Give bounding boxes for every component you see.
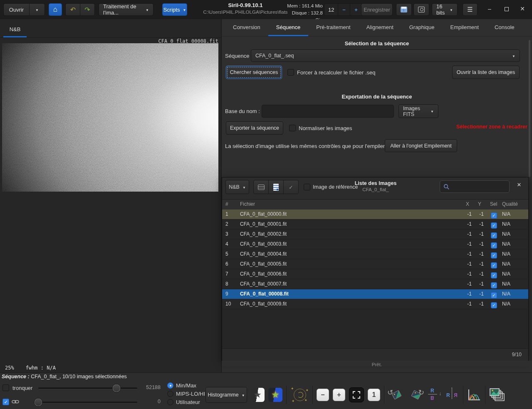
tab-empilement[interactable]: Empilement xyxy=(442,19,487,36)
force-recompute-checkbox[interactable] xyxy=(287,69,294,76)
channel-dropdown[interactable]: N&B▼ xyxy=(225,180,249,194)
rotate-left-button[interactable]: ↺ xyxy=(388,387,404,402)
tab-conversion[interactable]: Conversion xyxy=(225,19,268,36)
low-level-thumb[interactable] xyxy=(34,398,43,407)
image-list-subtitle: CFA_0_flat_ xyxy=(342,187,409,192)
col-y: Y xyxy=(478,201,481,207)
zoom-level: 25% xyxy=(5,365,14,371)
histogram-tool-button[interactable] xyxy=(467,389,481,401)
close-button[interactable]: ✕ xyxy=(518,5,527,12)
table-row[interactable]: 9CFA_0_flat_00008.fit-1-1✓N/A xyxy=(222,289,528,299)
processing-menu-button[interactable]: Traitement de l'ima...▼ xyxy=(99,3,153,16)
zoom-fit-button[interactable] xyxy=(349,387,364,402)
display-mode-dropdown[interactable]: Histogramme▼ xyxy=(205,387,247,403)
tab-console[interactable]: Console xyxy=(487,19,522,36)
tab-nb-channel[interactable]: N&B xyxy=(3,22,27,37)
row-y: -1 xyxy=(467,301,484,307)
low-level-slider[interactable] xyxy=(35,402,137,404)
flip-axis-line xyxy=(428,394,437,394)
tab-graphique[interactable]: Graphique xyxy=(401,19,443,36)
row-selected-checkbox[interactable]: ✓ xyxy=(491,302,497,308)
save-button[interactable]: Enregistrer xyxy=(361,3,393,16)
bit-depth-dropdown[interactable]: 16 bits▼ xyxy=(432,3,458,16)
high-level-slider[interactable] xyxy=(38,387,137,389)
scrollbar[interactable] xyxy=(529,40,530,177)
image-search-input[interactable] xyxy=(440,180,510,193)
threads-minus-button[interactable]: − xyxy=(338,3,350,16)
normalize-checkbox[interactable] xyxy=(289,125,296,131)
flip-vertical-button[interactable]: R B ↓ xyxy=(427,387,441,402)
row-selected-checkbox[interactable]: ✓ xyxy=(491,272,497,278)
sequence-frames-button[interactable] xyxy=(489,388,506,402)
table-row[interactable]: 7CFA_0_flat_00006.fit-1-1✓N/A xyxy=(222,269,528,279)
reference-image-checkbox[interactable] xyxy=(304,184,310,190)
home-button[interactable]: ⌂ xyxy=(49,3,62,16)
goto-stacking-button[interactable]: Aller à l'onglet Empilement xyxy=(385,139,457,152)
undo-button[interactable]: ↶ xyxy=(65,3,80,16)
row-selected-checkbox[interactable]: ✓ xyxy=(491,242,497,249)
sequence-export-heading: Exportation de la séquence xyxy=(222,94,532,100)
row-selected-checkbox[interactable]: ✓ xyxy=(491,222,497,229)
minus-icon: − xyxy=(321,391,324,399)
zoom-one-button[interactable]: 1 xyxy=(368,389,380,401)
row-selected-checkbox[interactable]: ✓ xyxy=(491,292,497,298)
validate-button[interactable]: ✓ xyxy=(283,180,299,194)
base-name-input[interactable] xyxy=(262,105,394,118)
export-format-dropdown[interactable]: Images FITS▼ xyxy=(398,104,438,118)
radio-mips[interactable] xyxy=(167,391,173,397)
open-button[interactable]: Ouvrir xyxy=(3,3,29,16)
link-channels-checkbox[interactable]: ✓ xyxy=(2,399,9,405)
plus-icon: + xyxy=(354,7,358,13)
normalize-label: Normaliser les images xyxy=(299,125,352,131)
truncate-checkbox[interactable] xyxy=(2,384,9,391)
tab-alignement[interactable]: Alignement xyxy=(359,19,401,36)
zoom-in-button[interactable]: + xyxy=(333,389,345,401)
flip-letter-right: R xyxy=(454,392,458,398)
frame-select-button[interactable] xyxy=(253,180,269,194)
flip-horizontal-button[interactable]: R R ↑ xyxy=(445,387,459,402)
frame-list-icon xyxy=(258,185,265,190)
astrometry-button[interactable]: ✦✦✦✦ xyxy=(290,387,309,403)
scripts-menu-button[interactable]: Scripts▼ xyxy=(162,3,187,16)
rotate-right-button[interactable]: ↻ xyxy=(408,387,423,402)
search-sequences-button[interactable]: Chercher séquences xyxy=(226,66,282,79)
row-selected-checkbox[interactable]: ✓ xyxy=(491,212,497,219)
table-row[interactable]: 6CFA_0_flat_00005.fit-1-1✓N/A xyxy=(222,259,528,269)
false-color-button[interactable]: ★ xyxy=(268,388,282,402)
save-as-button[interactable] xyxy=(396,3,412,16)
table-row[interactable]: 2CFA_0_flat_00001.fit-1-1✓N/A xyxy=(222,219,528,229)
negative-view-button[interactable]: ★ xyxy=(250,388,265,402)
table-row[interactable]: 1CFA_0_flat_00000.fit-1-1✓N/A xyxy=(222,209,528,219)
table-row[interactable]: 8CFA_0_flat_00007.fit-1-1✓N/A xyxy=(222,279,528,289)
close-list-button[interactable]: ✕ xyxy=(515,182,524,188)
open-dropdown-button[interactable]: ▼ xyxy=(29,3,45,16)
table-row[interactable]: 10CFA_0_flat_00009.fit-1-1✓N/A xyxy=(222,299,528,309)
redo-button[interactable]: ↷ xyxy=(80,3,95,16)
export-list-button[interactable] xyxy=(268,180,284,194)
tab-pretraitement[interactable]: Pré-traitement xyxy=(308,19,358,36)
table-row[interactable]: 4CFA_0_flat_00003.fit-1-1✓N/A xyxy=(222,239,528,249)
table-row[interactable]: 3CFA_0_flat_00002.fit-1-1✓N/A xyxy=(222,229,528,239)
radio-minmax[interactable] xyxy=(167,382,173,389)
row-selected-checkbox[interactable]: ✓ xyxy=(491,252,497,259)
zoom-out-button[interactable]: − xyxy=(317,389,329,401)
redo-icon: ↷ xyxy=(84,6,90,14)
snapshot-button[interactable] xyxy=(413,3,429,16)
open-image-list-button[interactable]: Ouvrir la liste des images xyxy=(452,66,520,79)
minimize-button[interactable]: – xyxy=(485,5,494,12)
image-canvas[interactable] xyxy=(2,43,218,192)
restore-button[interactable] xyxy=(505,7,509,11)
export-sequence-button[interactable]: Exporter la séquence xyxy=(226,121,283,135)
high-level-thumb[interactable] xyxy=(112,384,121,393)
radio-user[interactable] xyxy=(167,399,173,405)
hamburger-menu-button[interactable]: ☰ xyxy=(463,3,478,16)
row-selected-checkbox[interactable]: ✓ xyxy=(491,232,497,239)
row-selected-checkbox[interactable]: ✓ xyxy=(491,282,497,288)
threads-input[interactable]: 12 xyxy=(324,3,338,16)
sequence-combobox[interactable]: CFA_0_flat_.seq▼ xyxy=(251,49,520,62)
table-row[interactable]: 5CFA_0_flat_00004.fit-1-1✓N/A xyxy=(222,249,528,259)
row-selected-checkbox[interactable]: ✓ xyxy=(491,262,497,269)
tab-sequence[interactable]: Séquence xyxy=(268,19,309,36)
row-y: -1 xyxy=(467,211,484,217)
threads-plus-button[interactable]: + xyxy=(350,3,362,16)
